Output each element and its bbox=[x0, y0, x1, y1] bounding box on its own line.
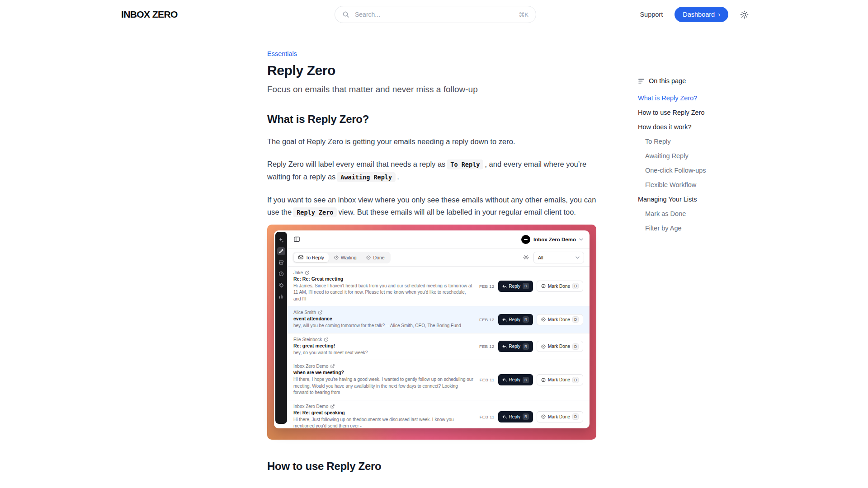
theme-toggle-button[interactable] bbox=[740, 10, 749, 19]
reply-arrow-icon bbox=[502, 344, 507, 348]
demo-tabrow: To Reply Waiting bbox=[287, 249, 590, 266]
toc-item-how-to-use[interactable]: How to use Reply Zero bbox=[638, 109, 737, 117]
email-row: Inbox Zero Demo Re: Re: great speaking H… bbox=[287, 400, 590, 428]
demo-app-window: Inbox Zero Demo bbox=[274, 230, 590, 428]
email-content: Elie Steinbock Re: great meeting! hey, d… bbox=[293, 337, 474, 357]
toc-item-one-click-follow-ups[interactable]: One-click Follow-ups bbox=[638, 167, 737, 174]
check-circle-icon bbox=[541, 344, 546, 349]
email-sender: Jake bbox=[293, 270, 303, 275]
reply-button: Reply R bbox=[498, 314, 533, 325]
email-subject: Re: great meeting! bbox=[293, 343, 474, 349]
search-bar[interactable]: ⌘K bbox=[335, 6, 536, 23]
toc-item-filter-by-age[interactable]: Filter by Age bbox=[638, 225, 737, 232]
email-row: Inbox Zero Demo when are we meeting? Hi … bbox=[287, 360, 590, 400]
breadcrumb[interactable]: Essentials bbox=[267, 50, 297, 57]
envelope-icon bbox=[298, 255, 303, 259]
check-circle-icon bbox=[366, 255, 371, 260]
reply-button: Reply R bbox=[498, 411, 533, 422]
toc-item-flexible-workflow[interactable]: Flexible Workflow bbox=[638, 181, 737, 189]
article: Essentials Reply Zero Focus on emails th… bbox=[267, 29, 596, 473]
email-preview: Hi there, I hope you're having a good we… bbox=[293, 376, 474, 396]
check-circle-icon bbox=[541, 414, 546, 419]
compose-icon bbox=[277, 247, 285, 255]
paragraph-2: Reply Zero will label every email that n… bbox=[267, 158, 596, 184]
external-link-icon bbox=[324, 338, 328, 342]
email-content: Inbox Zero Demo when are we meeting? Hi … bbox=[293, 364, 474, 396]
mark-done-button: Mark Done D bbox=[537, 314, 583, 325]
inline-code-awaiting-reply: Awaiting Reply bbox=[337, 172, 396, 182]
reply-kbd-badge: R bbox=[523, 316, 529, 323]
page-subtitle: Focus on emails that matter and never mi… bbox=[267, 84, 596, 94]
email-date: FEB 11 bbox=[480, 414, 495, 419]
dashboard-button[interactable]: Dashboard › bbox=[675, 7, 728, 22]
reply-button-label: Reply bbox=[509, 377, 521, 382]
done-kbd-badge: D bbox=[572, 377, 579, 383]
done-kbd-badge: D bbox=[572, 413, 579, 420]
email-subject: when are we meeting? bbox=[293, 370, 474, 375]
toc-list: What is Reply Zero? How to use Reply Zer… bbox=[638, 94, 737, 232]
check-circle-icon bbox=[541, 284, 546, 288]
chevron-down-icon bbox=[579, 238, 583, 241]
reply-kbd-badge: R bbox=[523, 377, 529, 383]
external-link-icon bbox=[305, 271, 309, 275]
mark-done-button: Mark Done D bbox=[537, 411, 583, 422]
site-header: INBOX ZERO ⌘K Support Dashboard › bbox=[0, 0, 868, 29]
page-title: Reply Zero bbox=[267, 62, 596, 79]
reply-kbd-badge: R bbox=[523, 343, 529, 350]
toc-item-to-reply[interactable]: To Reply bbox=[638, 138, 737, 145]
search-input[interactable] bbox=[354, 10, 514, 19]
toc-item-awaiting-reply[interactable]: Awaiting Reply bbox=[638, 152, 737, 160]
logo[interactable]: INBOX ZERO bbox=[121, 9, 178, 20]
toc-item-how-does-it-work[interactable]: How does it work? bbox=[638, 123, 737, 131]
toc-item-mark-as-done[interactable]: Mark as Done bbox=[638, 210, 737, 218]
email-preview: Hi there, Just following up on thedocume… bbox=[293, 417, 474, 428]
email-row: Jake Re: Re: Great meeting Hi James, Sin… bbox=[287, 267, 590, 307]
email-date: FEB 12 bbox=[479, 344, 494, 349]
reply-arrow-icon bbox=[502, 415, 507, 419]
reply-kbd-badge: R bbox=[523, 413, 529, 420]
email-row-selected: Alice Smith event attendance hey, will y… bbox=[287, 306, 590, 333]
reply-button-label: Reply bbox=[509, 284, 521, 289]
email-subject: event attendance bbox=[293, 316, 474, 322]
inline-code-reply-zero: Reply Zero bbox=[293, 207, 337, 217]
search-shortcut: ⌘K bbox=[519, 11, 528, 18]
reply-button: Reply R bbox=[498, 341, 533, 352]
dashboard-button-label: Dashboard bbox=[683, 11, 715, 18]
inline-code-to-reply: To Reply bbox=[447, 160, 483, 169]
reply-button-label: Reply bbox=[509, 317, 521, 322]
demo-email-list: Jake Re: Re: Great meeting Hi James, Sin… bbox=[287, 267, 590, 428]
done-kbd-badge: D bbox=[572, 283, 579, 289]
check-circle-icon bbox=[541, 378, 546, 382]
email-actions: FEB 12 Reply R Mark Done D bbox=[479, 281, 583, 292]
demo-screenshot: Inbox Zero Demo bbox=[267, 225, 596, 440]
mark-done-button: Mark Done D bbox=[537, 341, 583, 352]
reply-button: Reply R bbox=[498, 281, 533, 292]
section-heading-how-to-use: How to use Reply Zero bbox=[267, 460, 596, 473]
header-actions: Support Dashboard › bbox=[640, 7, 749, 22]
panel-left-icon bbox=[293, 236, 300, 243]
demo-tabs: To Reply Waiting bbox=[292, 252, 391, 263]
tag-icon bbox=[277, 281, 285, 289]
email-date: FEB 11 bbox=[480, 377, 495, 382]
toc-item-managing-your-lists[interactable]: Managing Your Lists bbox=[638, 196, 737, 203]
email-sender: Elie Steinbock bbox=[293, 337, 322, 342]
check-circle-icon bbox=[541, 317, 546, 322]
demo-app-main: Inbox Zero Demo bbox=[287, 230, 590, 428]
demo-filter-select: All bbox=[533, 252, 584, 263]
demo-filter-value: All bbox=[538, 255, 543, 260]
toc-item-what-is-reply-zero[interactable]: What is Reply Zero? bbox=[638, 94, 737, 102]
mark-done-button-label: Mark Done bbox=[548, 317, 570, 322]
demo-account-avatar bbox=[521, 235, 530, 244]
paragraph-3: If you want to see an inbox view where y… bbox=[267, 194, 596, 219]
email-subject: Re: Re: great speaking bbox=[293, 410, 474, 416]
support-link[interactable]: Support bbox=[640, 11, 663, 18]
reply-arrow-icon bbox=[502, 318, 507, 322]
email-content: Jake Re: Re: Great meeting Hi James, Sin… bbox=[293, 270, 474, 303]
email-preview: hey, will you be coming tomorrow for the… bbox=[293, 323, 474, 329]
email-row: Elie Steinbock Re: great meeting! hey, d… bbox=[287, 333, 590, 361]
chevron-right-icon: › bbox=[718, 11, 720, 18]
main-area: Essentials Reply Zero Focus on emails th… bbox=[0, 29, 868, 473]
email-actions: FEB 12 Reply R Mark Done D bbox=[479, 341, 583, 352]
reply-arrow-icon bbox=[502, 378, 507, 382]
reply-arrow-icon bbox=[502, 284, 507, 288]
